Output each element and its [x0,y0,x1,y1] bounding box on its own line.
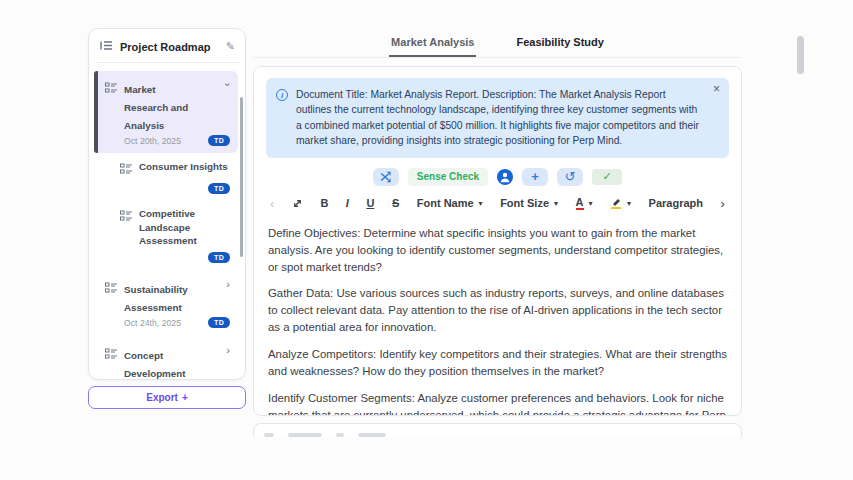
selected-accent-bar [94,71,98,153]
tab-feasibility-study[interactable]: Feasibility Study [514,28,605,57]
chevron-right-icon[interactable]: › [226,279,230,290]
caret-down-icon: ▾ [627,199,631,208]
highlight-color-button[interactable]: ▾ [610,197,631,209]
paragraph[interactable]: Analyze Competitors: Identify key compet… [268,346,727,380]
roadmap-title: Project Roadmap [120,41,219,53]
shuffle-icon [379,171,392,183]
sidebar-item-market-research[interactable]: Market Research and Analysis Oct 20th, 2… [94,71,238,153]
sidebar-item-concept-development[interactable]: Concept Development Oct 28th, 2025 › TD [94,337,238,380]
highlighter-icon [610,197,622,209]
italic-button[interactable]: I [346,197,349,209]
roadmap-items: Market Research and Analysis Oct 20th, 2… [89,63,245,380]
underline-button[interactable]: U [366,197,374,209]
caret-down-icon: ▾ [479,199,483,208]
paragraph[interactable]: Identify Customer Segments: Analyze cust… [268,390,727,416]
plus-icon: + [531,170,539,183]
tab-market-analysis[interactable]: Market Analysis [389,28,476,57]
strikethrough-button[interactable]: S [392,197,399,209]
app-window: Project Roadmap ✎ Market Research and An… [0,0,853,480]
paragraph-format-select[interactable]: Paragraph [649,197,703,209]
task-icon [120,208,132,226]
text-color-button[interactable]: A ▾ [576,196,593,210]
menu-list-icon[interactable] [100,40,113,53]
status-badge: TD [208,252,230,263]
item-label: Market Research and Analysis [124,84,188,131]
status-badge: TD [208,317,230,328]
user-button[interactable] [497,169,513,185]
caret-down-icon: ▾ [589,199,593,208]
main-area: Market Analysis Feasibility Study i Docu… [253,28,742,437]
item-label: Competitive Landscape Assessment [139,207,230,248]
expand-button[interactable] [292,198,303,209]
page-scrollbar[interactable] [797,36,804,74]
close-icon[interactable]: × [713,83,720,95]
caret-down-icon: ▾ [554,199,558,208]
font-name-select[interactable]: Font Name ▾ [417,197,483,209]
chevron-left-icon: ‹ [270,196,274,211]
bold-button[interactable]: B [320,197,328,209]
sidebar: Project Roadmap ✎ Market Research and An… [88,28,246,409]
banner-text: Document Title: Market Analysis Report. … [296,87,703,149]
sidebar-item-competitive-landscape[interactable]: Competitive Landscape Assessment TD [94,202,238,269]
sense-check-button[interactable]: Sense Check [408,168,488,186]
history-icon: ↺ [565,170,576,183]
confirm-button[interactable]: ✓ [592,169,622,185]
font-size-select[interactable]: Font Size ▾ [500,197,558,209]
edit-roadmap-icon[interactable]: ✎ [226,41,235,52]
chevron-down-icon[interactable]: › [223,83,234,87]
editor-toolbar: ‹ B I U S Font Name ▾ Font Size ▾ A [266,192,729,216]
toolbar-scroll-right-button[interactable]: › [721,196,725,211]
plus-icon: + [182,392,188,403]
roadmap-panel: Project Roadmap ✎ Market Research and An… [88,28,246,380]
task-icon [120,161,132,179]
task-icon [105,280,117,328]
task-icon [105,346,117,380]
user-icon [497,169,513,185]
info-icon: i [276,89,288,101]
status-badge: TD [208,135,230,146]
item-date: Oct 20th, 2025 [124,136,201,146]
expand-icon [292,198,303,209]
item-label: Concept Development [124,350,186,379]
sidebar-header: Project Roadmap ✎ [89,29,245,62]
paragraph[interactable]: Gather Data: Use various sources such as… [268,285,727,336]
item-date: Oct 24th, 2025 [124,318,201,328]
sidebar-item-sustainability[interactable]: Sustainability Assessment Oct 24th, 2025… [94,271,238,335]
history-button[interactable]: ↺ [557,168,583,186]
document-tabs: Market Analysis Feasibility Study [253,28,742,58]
ai-toolbar: Sense Check + ↺ ✓ [266,168,729,186]
chevron-right-icon: › [721,196,725,211]
item-label: Sustainability Assessment [124,284,188,313]
status-badge: TD [208,183,230,194]
export-button[interactable]: Export + [88,386,246,409]
task-icon [105,80,117,146]
add-button[interactable]: + [522,168,548,186]
check-icon: ✓ [603,170,612,183]
toolbar-scroll-left-button[interactable]: ‹ [270,196,274,211]
document-card: i Document Title: Market Analysis Report… [253,66,742,416]
shuffle-button[interactable] [373,168,399,186]
sidebar-scrollbar[interactable] [240,97,243,257]
sidebar-item-consumer-insights[interactable]: Consumer Insights TD [94,155,238,200]
partially-visible-card [253,423,742,437]
document-info-banner: i Document Title: Market Analysis Report… [266,78,729,158]
chevron-right-icon[interactable]: › [226,345,230,356]
document-editor[interactable]: Define Objectives: Determine what specif… [266,225,729,416]
item-label: Consumer Insights [139,160,228,174]
paragraph[interactable]: Define Objectives: Determine what specif… [268,225,727,276]
